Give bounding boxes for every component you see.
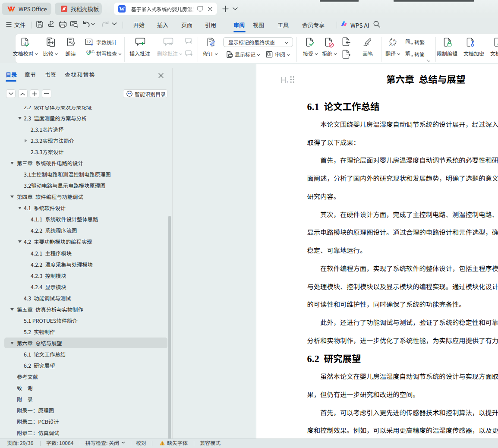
svg-text:繁: 繁 <box>405 50 410 57</box>
svg-text:文: 文 <box>389 41 393 46</box>
svg-text:12: 12 <box>87 40 91 44</box>
svg-text:1: 1 <box>287 80 289 84</box>
svg-text:简: 简 <box>405 38 410 44</box>
svg-text:A: A <box>393 38 396 42</box>
svg-text:W: W <box>119 6 125 12</box>
